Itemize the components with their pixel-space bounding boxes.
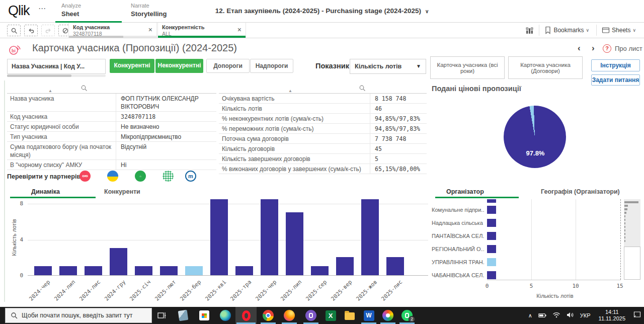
bar[interactable] (361, 199, 379, 275)
selection-chip-code[interactable]: Код учасника 3248707118 × (68, 23, 157, 38)
qlik-logo[interactable]: Qlik (8, 3, 30, 19)
bar[interactable] (210, 199, 228, 275)
bar[interactable] (286, 212, 303, 275)
participant-listbox[interactable]: Назва Учасника | Код У... (7, 59, 106, 74)
copilot-icon[interactable] (382, 309, 394, 321)
bar[interactable] (487, 232, 496, 240)
close-icon[interactable]: × (237, 26, 242, 34)
chrome-icon[interactable] (262, 309, 274, 321)
table-row[interactable]: Кількість договорів45 (219, 144, 427, 154)
selection-chip-competitiveness[interactable]: Конкурентність ALL × (157, 23, 246, 38)
close-icon[interactable]: × (148, 26, 152, 34)
opera-icon[interactable] (240, 309, 252, 321)
table-row[interactable]: Назва учасникаФОП ПУТНИК ОЛЕКСАНДР ВІКТО… (7, 94, 216, 112)
bookmarks-button[interactable]: Bookmarks ∨ (544, 26, 591, 34)
table-row[interactable]: Статус юридичної особиНе визначено (7, 122, 216, 132)
filter-button-below-threshold[interactable]: Допороги (206, 59, 250, 73)
metric-select[interactable]: Кількість лотів▼ (350, 59, 426, 74)
taskbar-search-input[interactable]: Щоби почати пошук, введіть запит тут (5, 308, 152, 323)
table-row[interactable]: % виконаних договорів у завершених (сума… (219, 164, 427, 174)
about-sheet-link[interactable]: Про лист (615, 45, 642, 52)
bar[interactable] (487, 258, 496, 266)
org-minimap[interactable] (624, 199, 640, 247)
volume-icon[interactable] (567, 311, 574, 320)
bar[interactable] (34, 266, 52, 275)
word-icon[interactable]: W (363, 309, 375, 321)
ask-question-button[interactable]: Задати питання (591, 74, 640, 86)
youcontrol-icon[interactable]: ою (79, 171, 91, 182)
smart-search-button[interactable] (7, 25, 21, 36)
prev-sheet-button[interactable]: ‹ (578, 43, 581, 53)
tab-geography[interactable]: Географія (Організатори) (541, 188, 620, 195)
sheets-button[interactable]: Sheets ∨ (602, 27, 638, 34)
next-sheet-button[interactable]: › (592, 43, 595, 53)
bar[interactable] (487, 271, 496, 279)
bar[interactable] (336, 257, 354, 275)
help-icon[interactable]: ? (603, 44, 611, 53)
bar[interactable] (135, 266, 152, 275)
notepad-icon[interactable] (177, 309, 189, 321)
bar[interactable] (85, 266, 102, 275)
table-header[interactable]: ▲ (219, 83, 427, 94)
step-forward-button[interactable] (41, 25, 55, 36)
bar[interactable] (487, 219, 496, 227)
notification-center-icon[interactable] (633, 311, 641, 320)
step-back-button[interactable] (24, 25, 38, 36)
bar[interactable] (386, 257, 404, 275)
table-row[interactable]: Очікувана вартість8 158 748 (219, 94, 427, 104)
tray-chevron-icon[interactable]: ∧ (528, 312, 532, 319)
insight-advisor-button[interactable] (525, 26, 534, 35)
table-header[interactable]: ▲ (7, 83, 216, 94)
opendatabot-icon[interactable] (163, 171, 174, 182)
bar[interactable] (59, 266, 77, 275)
table-row[interactable]: Поточна сума договорів7 738 748 (219, 134, 427, 144)
listbox-scrollbar[interactable] (7, 74, 106, 77)
filter-button-noncompetitive[interactable]: Неконкурентні (155, 59, 203, 73)
bar[interactable] (185, 266, 203, 275)
nav-button-all-years[interactable]: Карточка учасника (всі роки) (430, 56, 505, 79)
filter-button-above-threshold[interactable]: Надпороги (250, 59, 293, 73)
clock[interactable]: 14:11 11.11.2025 (599, 309, 625, 322)
tab-narrate-storytelling[interactable]: Narrate Storytelling (125, 0, 191, 23)
search-icon[interactable] (80, 85, 88, 92)
language-indicator[interactable]: УКР (580, 312, 591, 318)
nav-button-contracts[interactable]: Карточка учасника (Договори) (508, 56, 583, 79)
firefox-icon[interactable] (283, 309, 295, 321)
table-row[interactable]: Сума податкового боргу (на початок місяц… (7, 142, 216, 160)
viber-icon[interactable] (305, 309, 317, 321)
table-row[interactable]: % переможних лотів (сума/к-сть)94,85%/97… (219, 124, 427, 134)
search-icon[interactable] (359, 85, 366, 92)
bar[interactable] (235, 266, 253, 275)
wifi-icon[interactable] (552, 311, 560, 320)
filter-button-competitive[interactable]: Конкурентні (110, 59, 154, 73)
task-view-button[interactable] (156, 309, 168, 321)
file-explorer-icon[interactable] (344, 309, 356, 321)
bar[interactable] (487, 245, 496, 253)
tab-competitors[interactable]: Конкуренти (104, 188, 140, 195)
clarity-project-icon[interactable] (107, 171, 118, 182)
app-title-dropdown[interactable]: 12. Етап закупівель (2024-2025) - Purcha… (215, 7, 429, 15)
pie-chart[interactable] (504, 106, 566, 168)
minimap-viewport[interactable] (624, 247, 640, 280)
global-menu-icon[interactable]: ⋯ (38, 4, 46, 13)
bar[interactable] (487, 199, 496, 203)
table-row[interactable]: Код учасника3248707118 (7, 112, 216, 122)
table-row[interactable]: Кількість лотів46 (219, 104, 427, 114)
bar[interactable] (311, 266, 329, 275)
microsoft-store-icon[interactable] (198, 309, 210, 321)
table-row[interactable]: Тип учасникаМікропідприємництво (7, 132, 216, 142)
edge-icon[interactable] (219, 309, 231, 321)
tab-analyze-sheet[interactable]: Analyze Sheet (55, 0, 122, 23)
bar[interactable] (261, 199, 278, 275)
tab-dynamics[interactable]: Динаміка (31, 188, 60, 195)
instruction-button[interactable]: Інструкція (591, 59, 640, 71)
table-row[interactable]: Кількість завершених договорів5 (219, 154, 427, 164)
whatsapp-icon[interactable]: 2 (401, 309, 413, 321)
bar[interactable] (110, 248, 127, 275)
opera-active-cell[interactable] (235, 307, 257, 324)
table-row[interactable]: В "чорному списку" АМКУНі (7, 160, 216, 170)
battery-icon[interactable] (538, 311, 546, 320)
bar[interactable] (487, 206, 496, 214)
table-row[interactable]: % неконкурентних лотів (сума/к-сть)94,85… (219, 114, 427, 124)
vkursi-icon[interactable]: m (185, 171, 196, 182)
